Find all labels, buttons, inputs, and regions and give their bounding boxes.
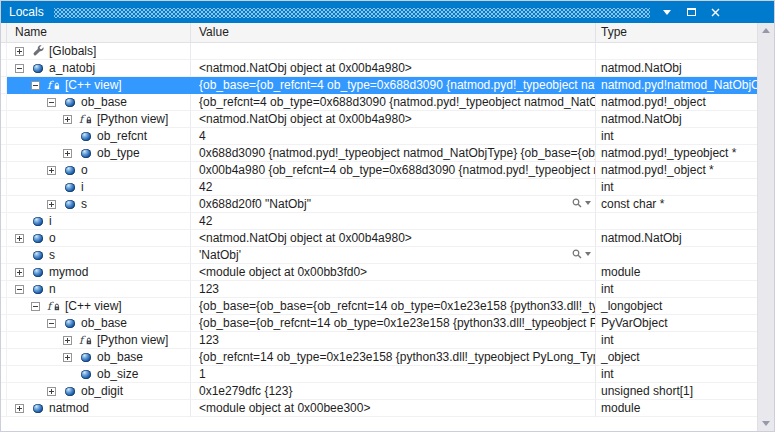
expander-toggle[interactable] — [47, 200, 56, 209]
expander-toggle[interactable] — [15, 64, 24, 73]
variable-row[interactable]: o <natmod.NatObj object at 0x00b4a980> n… — [1, 230, 757, 247]
expander-toggle[interactable] — [15, 47, 24, 56]
variable-row[interactable]: a_natobj <natmod.NatObj object at 0x00b4… — [1, 60, 757, 77]
svg-text:f: f — [47, 79, 54, 91]
variable-name: s — [49, 247, 55, 263]
cpp-view-icon: f — [79, 334, 92, 346]
variable-row[interactable]: i 42 int — [1, 179, 757, 196]
vertical-scrollbar[interactable] — [757, 23, 774, 431]
variable-row[interactable]: ob_base {ob_refcnt=4 ob_type=0x688d3090 … — [1, 94, 757, 111]
column-header-name[interactable]: Name — [7, 23, 191, 42]
variable-row[interactable]: f [C++ view] {ob_base={ob_base={ob_refcn… — [1, 298, 757, 315]
variable-row[interactable]: s 'NatObj' — [1, 247, 757, 264]
value-cell[interactable]: {ob_base={ob_refcnt=4 ob_type=0x688d3090… — [191, 77, 596, 94]
value-cell[interactable]: <natmod.NatObj object at 0x00b4a980> — [191, 60, 596, 77]
variable-row[interactable]: i 42 — [1, 213, 757, 230]
variable-name: o — [81, 162, 88, 178]
value-cell[interactable]: {ob_base={ob_refcnt=14 ob_type=0x1e23e15… — [191, 315, 596, 332]
variable-row[interactable]: mymod <module object at 0x00bb3fd0> modu… — [1, 264, 757, 281]
variable-row[interactable]: f [C++ view] {ob_base={ob_refcnt=4 ob_ty… — [1, 77, 757, 94]
variable-name: mymod — [49, 264, 88, 280]
variable-value: 0x00b4a980 {ob_refcnt=4 ob_type=0x688d30… — [199, 163, 596, 177]
column-header-type[interactable]: Type — [596, 23, 774, 42]
column-header-value[interactable]: Value — [191, 23, 596, 42]
value-cell[interactable]: 0x1e279dfc {123} — [191, 383, 596, 400]
value-cell[interactable]: 123 — [191, 332, 596, 349]
variable-type: _object — [596, 349, 757, 366]
object-icon — [81, 132, 91, 141]
variable-row[interactable]: ob_base {ob_refcnt=14 ob_type=0x1e23e158… — [1, 349, 757, 366]
variable-type: natmod.pyd!_object — [596, 94, 757, 111]
expander-toggle[interactable] — [47, 98, 56, 107]
variable-name: [C++ view] — [65, 77, 122, 93]
tool-window-titlebar[interactable]: Locals — [1, 1, 774, 23]
variable-type — [596, 247, 757, 264]
variable-row[interactable]: ob_digit 0x1e279dfc {123} unsigned short… — [1, 383, 757, 400]
variable-row[interactable]: n 123 int — [1, 281, 757, 298]
variable-row[interactable]: s 0x688d20f0 "NatObj" const char * — [1, 196, 757, 213]
close-button[interactable] — [706, 3, 724, 21]
value-cell[interactable]: 123 — [191, 281, 596, 298]
expander-toggle[interactable] — [15, 268, 24, 277]
value-cell[interactable] — [191, 43, 596, 60]
magnifier-icon[interactable] — [572, 198, 582, 208]
value-cell[interactable]: 42 — [191, 179, 596, 196]
scroll-up-button[interactable] — [758, 23, 775, 38]
expander-toggle[interactable] — [63, 149, 72, 158]
value-cell[interactable]: 42 — [191, 213, 596, 230]
expander-toggle[interactable] — [63, 115, 72, 124]
variable-value: 123 — [199, 282, 219, 296]
value-cell[interactable]: {ob_refcnt=4 ob_type=0x688d3090 {natmod.… — [191, 94, 596, 111]
window-position-button[interactable] — [658, 3, 676, 21]
variable-row[interactable]: ob_base {ob_base={ob_refcnt=14 ob_type=0… — [1, 315, 757, 332]
value-cell[interactable]: {ob_base={ob_base={ob_refcnt=14 ob_type=… — [191, 298, 596, 315]
maximize-button[interactable] — [682, 3, 700, 21]
variable-row[interactable]: ob_refcnt 4 int — [1, 128, 757, 145]
arrow-up-icon — [762, 28, 770, 33]
value-cell[interactable]: 1 — [191, 366, 596, 383]
variable-row[interactable]: f [Python view] <natmod.NatObj object at… — [1, 111, 757, 128]
object-icon — [65, 183, 75, 192]
expander-toggle[interactable] — [31, 302, 40, 311]
value-cell[interactable]: 4 — [191, 128, 596, 145]
variable-type: natmod.NatObj — [596, 230, 757, 247]
value-cell[interactable]: <natmod.NatObj object at 0x00b4a980> — [191, 230, 596, 247]
expander-toggle[interactable] — [31, 81, 40, 90]
expander-toggle[interactable] — [15, 404, 24, 413]
name-cell: ob_base — [7, 315, 191, 332]
value-cell[interactable]: 0x688d3090 {natmod.pyd!_typeobject natmo… — [191, 145, 596, 162]
variable-row[interactable]: [Globals] — [1, 43, 757, 60]
expander-toggle[interactable] — [47, 387, 56, 396]
visualizer-dropdown-icon[interactable] — [585, 252, 591, 256]
variable-value: 0x688d3090 {natmod.pyd!_typeobject natmo… — [199, 146, 596, 160]
variable-name: i — [49, 213, 52, 229]
expander-toggle[interactable] — [63, 336, 72, 345]
expander-toggle[interactable] — [15, 234, 24, 243]
value-cell[interactable]: 0x00b4a980 {ob_refcnt=4 ob_type=0x688d30… — [191, 162, 596, 179]
variable-row[interactable]: o 0x00b4a980 {ob_refcnt=4 ob_type=0x688d… — [1, 162, 757, 179]
value-cell[interactable]: <module object at 0x00bb3fd0> — [191, 264, 596, 281]
variable-row[interactable]: natmod <module object at 0x00bee300> mod… — [1, 400, 757, 417]
value-cell[interactable]: {ob_refcnt=14 ob_type=0x1e23e158 {python… — [191, 349, 596, 366]
variable-type: int — [596, 332, 757, 349]
expander-toggle[interactable] — [15, 285, 24, 294]
value-cell[interactable]: <module object at 0x00bee300> — [191, 400, 596, 417]
visualizer-dropdown-icon[interactable] — [585, 201, 591, 205]
expander-toggle[interactable] — [63, 353, 72, 362]
magnifier-icon[interactable] — [572, 249, 582, 259]
variable-value: 42 — [199, 180, 212, 194]
value-cell[interactable]: 'NatObj' — [191, 247, 596, 264]
object-icon — [65, 98, 75, 107]
variable-row[interactable]: ob_size 1 int — [1, 366, 757, 383]
value-cell[interactable]: 0x688d20f0 "NatObj" — [191, 196, 596, 213]
name-cell: natmod — [7, 400, 191, 417]
variable-row[interactable]: f [Python view] 123 int — [1, 332, 757, 349]
expander-toggle[interactable] — [47, 319, 56, 328]
expander-toggle[interactable] — [47, 166, 56, 175]
variable-row[interactable]: ob_type 0x688d3090 {natmod.pyd!_typeobje… — [1, 145, 757, 162]
name-cell: ob_type — [7, 145, 191, 162]
scroll-down-button[interactable] — [758, 416, 775, 431]
variable-name: ob_base — [81, 315, 127, 331]
object-icon — [33, 285, 43, 294]
value-cell[interactable]: <natmod.NatObj object at 0x00b4a980> — [191, 111, 596, 128]
